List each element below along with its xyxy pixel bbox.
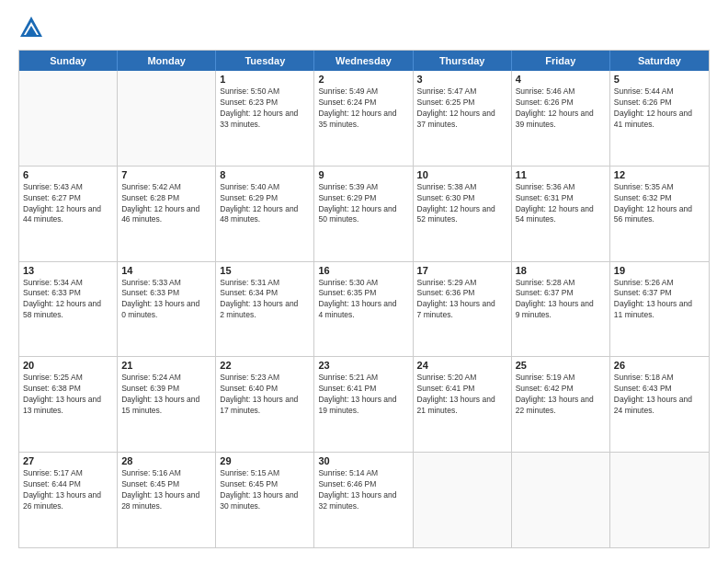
sunrise-text: Sunrise: 5:38 AM — [417, 182, 507, 193]
day-number: 20 — [23, 360, 113, 371]
sunrise-text: Sunrise: 5:49 AM — [318, 86, 408, 98]
daylight-text-2: 41 minutes. — [614, 120, 705, 131]
day-number: 1 — [220, 74, 310, 85]
calendar-cell-0-0 — [19, 71, 118, 166]
daylight-text-1: Daylight: 13 hours and — [220, 490, 310, 501]
weekday-header-wednesday: Wednesday — [314, 51, 413, 71]
sunrise-text: Sunrise: 5:16 AM — [121, 468, 211, 479]
calendar-cell-2-4: 17Sunrise: 5:29 AMSunset: 6:36 PMDayligh… — [414, 262, 512, 357]
sunset-text: Sunset: 6:23 PM — [220, 98, 310, 109]
daylight-text-1: Daylight: 13 hours and — [516, 395, 606, 406]
sunset-text: Sunset: 6:42 PM — [516, 384, 606, 395]
day-number: 6 — [23, 169, 113, 180]
day-number: 11 — [516, 169, 606, 180]
sunset-text: Sunset: 6:41 PM — [318, 384, 408, 395]
calendar-cell-4-6 — [610, 453, 709, 547]
sunset-text: Sunset: 6:33 PM — [121, 288, 211, 299]
calendar: SundayMondayTuesdayWednesdayThursdayFrid… — [18, 50, 710, 548]
calendar-cell-4-5 — [512, 453, 610, 547]
sunset-text: Sunset: 6:45 PM — [220, 479, 310, 490]
daylight-text-2: 4 minutes. — [318, 310, 408, 321]
weekday-header-tuesday: Tuesday — [216, 51, 314, 71]
daylight-text-1: Daylight: 13 hours and — [614, 299, 705, 310]
calendar-cell-3-1: 21Sunrise: 5:24 AMSunset: 6:39 PMDayligh… — [118, 357, 216, 452]
sunrise-text: Sunrise: 5:26 AM — [614, 278, 705, 289]
day-number: 27 — [23, 455, 113, 466]
daylight-text-1: Daylight: 13 hours and — [417, 395, 507, 406]
sunrise-text: Sunrise: 5:34 AM — [23, 278, 113, 289]
calendar-cell-1-2: 8Sunrise: 5:40 AMSunset: 6:29 PMDaylight… — [216, 167, 314, 261]
calendar-cell-3-5: 25Sunrise: 5:19 AMSunset: 6:42 PMDayligh… — [512, 357, 610, 452]
day-number: 30 — [318, 455, 408, 466]
calendar-row-0: 1Sunrise: 5:50 AMSunset: 6:23 PMDaylight… — [19, 71, 709, 166]
calendar-cell-2-6: 19Sunrise: 5:26 AMSunset: 6:37 PMDayligh… — [610, 262, 709, 357]
daylight-text-1: Daylight: 12 hours and — [121, 204, 211, 215]
sunset-text: Sunset: 6:34 PM — [220, 288, 310, 299]
sunset-text: Sunset: 6:36 PM — [417, 288, 507, 299]
sunrise-text: Sunrise: 5:42 AM — [121, 182, 211, 193]
sunrise-text: Sunrise: 5:24 AM — [121, 373, 211, 384]
daylight-text-1: Daylight: 12 hours and — [417, 109, 507, 120]
daylight-text-1: Daylight: 12 hours and — [318, 109, 408, 120]
daylight-text-2: 28 minutes. — [121, 501, 211, 512]
sunset-text: Sunset: 6:44 PM — [23, 479, 113, 490]
calendar-cell-3-3: 23Sunrise: 5:21 AMSunset: 6:41 PMDayligh… — [314, 357, 413, 452]
sunset-text: Sunset: 6:25 PM — [417, 98, 507, 109]
daylight-text-1: Daylight: 12 hours and — [614, 204, 705, 215]
sunset-text: Sunset: 6:33 PM — [23, 288, 113, 299]
calendar-cell-1-5: 11Sunrise: 5:36 AMSunset: 6:31 PMDayligh… — [512, 167, 610, 261]
sunset-text: Sunset: 6:32 PM — [614, 193, 705, 204]
sunrise-text: Sunrise: 5:50 AM — [220, 86, 310, 98]
day-number: 25 — [516, 360, 606, 371]
sunset-text: Sunset: 6:26 PM — [516, 98, 606, 109]
sunrise-text: Sunrise: 5:28 AM — [516, 278, 606, 289]
daylight-text-1: Daylight: 12 hours and — [614, 109, 705, 120]
daylight-text-1: Daylight: 12 hours and — [318, 204, 408, 215]
daylight-text-2: 26 minutes. — [23, 501, 113, 512]
daylight-text-2: 48 minutes. — [220, 214, 310, 225]
sunset-text: Sunset: 6:45 PM — [121, 479, 211, 490]
day-number: 7 — [121, 169, 211, 180]
daylight-text-1: Daylight: 13 hours and — [614, 395, 705, 406]
weekday-header-thursday: Thursday — [414, 51, 512, 71]
day-number: 21 — [121, 360, 211, 371]
calendar-cell-0-4: 3Sunrise: 5:47 AMSunset: 6:25 PMDaylight… — [414, 71, 512, 166]
logo-icon — [18, 15, 44, 40]
calendar-cell-4-4 — [414, 453, 512, 547]
calendar-cell-3-2: 22Sunrise: 5:23 AMSunset: 6:40 PMDayligh… — [216, 357, 314, 452]
calendar-cell-2-2: 15Sunrise: 5:31 AMSunset: 6:34 PMDayligh… — [216, 262, 314, 357]
calendar-cell-4-0: 27Sunrise: 5:17 AMSunset: 6:44 PMDayligh… — [19, 453, 118, 547]
calendar-cell-0-6: 5Sunrise: 5:44 AMSunset: 6:26 PMDaylight… — [610, 71, 709, 166]
sunset-text: Sunset: 6:43 PM — [614, 384, 705, 395]
sunset-text: Sunset: 6:28 PM — [121, 193, 211, 204]
calendar-cell-0-3: 2Sunrise: 5:49 AMSunset: 6:24 PMDaylight… — [314, 71, 413, 166]
daylight-text-1: Daylight: 13 hours and — [220, 395, 310, 406]
sunset-text: Sunset: 6:46 PM — [318, 479, 408, 490]
weekday-header-saturday: Saturday — [610, 51, 709, 71]
daylight-text-1: Daylight: 13 hours and — [121, 490, 211, 501]
calendar-cell-2-5: 18Sunrise: 5:28 AMSunset: 6:37 PMDayligh… — [512, 262, 610, 357]
sunrise-text: Sunrise: 5:20 AM — [417, 373, 507, 384]
daylight-text-2: 9 minutes. — [516, 310, 606, 321]
calendar-cell-1-1: 7Sunrise: 5:42 AMSunset: 6:28 PMDaylight… — [118, 167, 216, 261]
sunset-text: Sunset: 6:41 PM — [417, 384, 507, 395]
daylight-text-2: 21 minutes. — [417, 406, 507, 417]
day-number: 16 — [318, 265, 408, 276]
sunset-text: Sunset: 6:37 PM — [614, 288, 705, 299]
daylight-text-1: Daylight: 12 hours and — [516, 204, 606, 215]
daylight-text-1: Daylight: 12 hours and — [516, 109, 606, 120]
day-number: 18 — [516, 265, 606, 276]
day-number: 4 — [516, 74, 606, 85]
sunset-text: Sunset: 6:38 PM — [23, 384, 113, 395]
sunset-text: Sunset: 6:37 PM — [516, 288, 606, 299]
day-number: 8 — [220, 169, 310, 180]
calendar-header: SundayMondayTuesdayWednesdayThursdayFrid… — [19, 51, 709, 71]
day-number: 23 — [318, 360, 408, 371]
sunset-text: Sunset: 6:29 PM — [318, 193, 408, 204]
day-number: 26 — [614, 360, 705, 371]
daylight-text-2: 24 minutes. — [614, 406, 705, 417]
sunrise-text: Sunrise: 5:30 AM — [318, 278, 408, 289]
sunrise-text: Sunrise: 5:47 AM — [417, 86, 507, 98]
daylight-text-2: 0 minutes. — [121, 310, 211, 321]
sunset-text: Sunset: 6:31 PM — [516, 193, 606, 204]
